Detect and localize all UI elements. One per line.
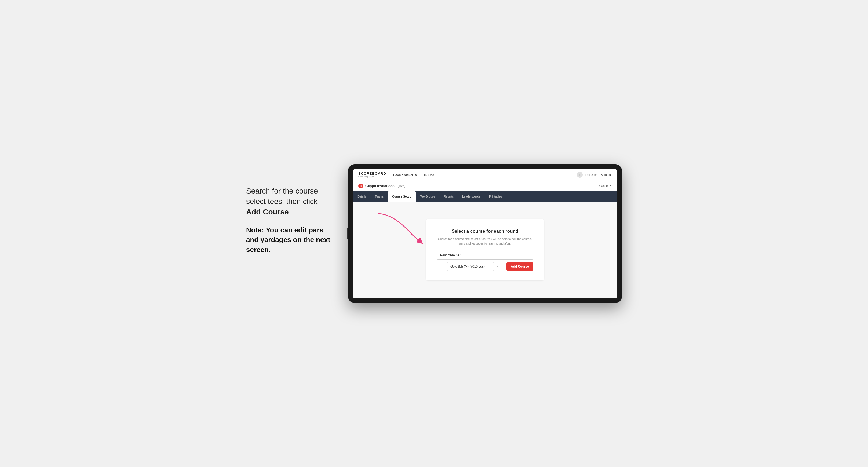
user-avatar: T (577, 172, 583, 178)
tournament-name: Clippd Invitational (365, 184, 396, 188)
tournament-title: C Clippd Invitational (Men) (358, 184, 405, 188)
course-select-desc: Search for a course and select a tee. Yo… (437, 237, 533, 246)
tournament-icon: C (358, 184, 363, 188)
tab-teams[interactable]: Teams (371, 191, 388, 201)
tab-course-setup[interactable]: Course Setup (388, 191, 416, 201)
user-separator: | (598, 173, 599, 176)
user-section: T Test User | Sign out (577, 172, 612, 178)
instruction-note: Note: You can edit pars and yardages on … (246, 225, 332, 254)
tournament-sub: (Men) (398, 184, 406, 188)
brand-name: SCOREBOARD (358, 172, 386, 176)
course-search-input[interactable] (437, 251, 533, 259)
brand: SCOREBOARD Powered by clippd (358, 172, 386, 178)
tablet-side-button (347, 228, 348, 239)
nav-links: TOURNAMENTS TEAMS (393, 173, 435, 176)
user-name: Test User (584, 173, 597, 176)
tab-nav: Details Teams Course Setup Tee Groups Re… (353, 191, 617, 201)
tablet-frame: SCOREBOARD Powered by clippd TOURNAMENTS… (348, 164, 622, 303)
tablet-screen: SCOREBOARD Powered by clippd TOURNAMENTS… (353, 169, 617, 298)
tab-results[interactable]: Results (439, 191, 458, 201)
top-nav-left: SCOREBOARD Powered by clippd TOURNAMENTS… (358, 172, 435, 178)
tee-select-wrapper (437, 262, 504, 271)
tab-tee-groups[interactable]: Tee Groups (416, 191, 440, 201)
course-select-title: Select a course for each round (437, 229, 533, 234)
nav-tournaments[interactable]: TOURNAMENTS (393, 173, 417, 176)
tab-printables[interactable]: Printables (485, 191, 506, 201)
add-course-button[interactable]: Add Course (506, 262, 533, 271)
page-wrapper: Search for the course, select tees, then… (246, 164, 622, 303)
sign-out-link[interactable]: Sign out (601, 173, 612, 176)
instruction-panel: Search for the course, select tees, then… (246, 164, 332, 263)
tee-select-row: Add Course (437, 262, 533, 271)
instruction-main: Search for the course, select tees, then… (246, 186, 332, 217)
tee-select-input[interactable] (447, 262, 494, 271)
tab-details[interactable]: Details (353, 191, 371, 201)
tournament-header: C Clippd Invitational (Men) Cancel ✕ (353, 181, 617, 191)
cancel-button[interactable]: Cancel ✕ (599, 184, 612, 188)
course-select-box: Select a course for each round Search fo… (426, 219, 544, 280)
instruction-bold: Add Course (246, 208, 289, 216)
brand-logo: SCOREBOARD Powered by clippd (358, 172, 386, 178)
brand-sub: Powered by clippd (358, 176, 386, 178)
nav-teams[interactable]: TEAMS (424, 173, 435, 176)
annotation-arrow (372, 211, 434, 246)
top-nav: SCOREBOARD Powered by clippd TOURNAMENTS… (353, 169, 617, 181)
tab-leaderboards[interactable]: Leaderboards (458, 191, 485, 201)
main-content: Select a course for each round Search fo… (353, 201, 617, 298)
